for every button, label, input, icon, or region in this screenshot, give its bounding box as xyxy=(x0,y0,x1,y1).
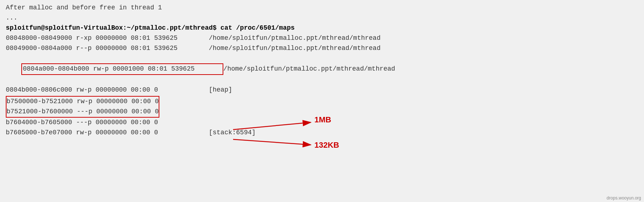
line-5: 08049000-0804a000 r--p 00000000 08:01 53… xyxy=(6,43,638,54)
highlight-box-line6: 0804a000-0804b000 rw-p 00001000 08:01 53… xyxy=(21,63,223,75)
line-2: ... xyxy=(6,13,638,23)
highlight-box-group1: b7500000-b7521000 rw-p 00000000 00:00 0 … xyxy=(6,96,159,118)
annotation-1mb: 1MB xyxy=(314,115,331,125)
line-3: sploitfun@sploitfun-VirtualBox:~/ptmallo… xyxy=(6,23,638,33)
arrow-132kb xyxy=(233,139,311,145)
annotation-132kb: 132KB xyxy=(314,140,339,150)
line-8: b7500000-b7521000 rw-p 00000000 00:00 0 xyxy=(7,97,159,107)
line-11: b7605000-b7e07000 rw-p 00000000 00:00 0 … xyxy=(6,128,638,138)
line-6: 0804a000-0804b000 rw-p 00001000 08:01 53… xyxy=(6,53,638,85)
line-1: After malloc and before free in thread 1 xyxy=(6,3,638,13)
line-7: 0804b000-0806c000 rw-p 00000000 00:00 0 … xyxy=(6,85,638,95)
line-4: 08048000-08049000 r-xp 00000000 08:01 53… xyxy=(6,33,638,43)
line-9: b7521000-b7600000 ---p 00000000 00:00 0 xyxy=(7,107,159,117)
main-container: After malloc and before free in thread 1… xyxy=(0,0,644,202)
watermark: drops.wooyun.org xyxy=(607,195,641,201)
